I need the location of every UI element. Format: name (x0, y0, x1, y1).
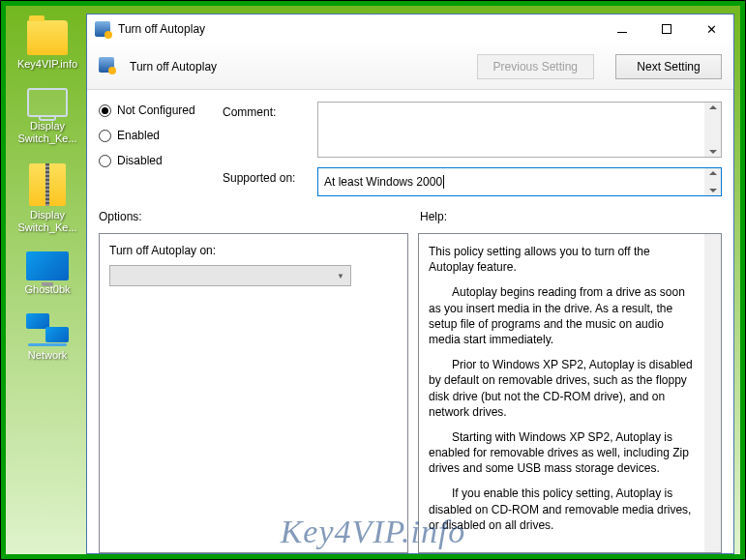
radio-label: Disabled (117, 154, 163, 167)
scroll-up-icon[interactable] (709, 171, 717, 175)
scrollbar[interactable] (704, 103, 721, 157)
options-pane: Turn off Autoplay on: (99, 233, 408, 553)
folder-icon (27, 20, 68, 55)
help-label: Help: (420, 210, 722, 229)
maximize-button[interactable] (644, 15, 689, 44)
network-icon (26, 313, 69, 346)
help-text: This policy setting allows you to turn o… (429, 244, 696, 275)
previous-setting-button: Previous Setting (477, 54, 594, 79)
zip-folder-icon (29, 163, 66, 206)
help-text: Autoplay begins reading from a drive as … (429, 284, 696, 347)
desktop-icon-label: Display Switch_Ke... (14, 209, 81, 234)
desktop: Key4VIP.info Display Switch_Ke... Displa… (1, 1, 745, 559)
text-cursor-icon (443, 175, 444, 189)
monitor-icon (26, 251, 69, 280)
desktop-icon-network[interactable]: Network (26, 313, 69, 362)
help-text: If you enable this policy setting, Autop… (429, 486, 696, 533)
radio-label: Not Configured (117, 103, 195, 117)
minimize-icon (617, 32, 627, 33)
supported-input[interactable]: At least Windows 2000 (317, 167, 722, 196)
section-labels: Options: Help: (99, 210, 722, 229)
radio-icon (99, 155, 111, 167)
radio-icon (99, 130, 111, 142)
help-content: This policy setting allows you to turn o… (429, 244, 699, 543)
titlebar[interactable]: Turn off Autoplay (87, 15, 733, 44)
panes: Turn off Autoplay on: This policy settin… (99, 233, 722, 553)
radio-group: Not Configured Enabled Disabled (99, 102, 205, 196)
policy-icon (95, 21, 110, 37)
fields: Comment: Supported on: At least Windows … (223, 102, 722, 196)
scroll-down-icon[interactable] (709, 150, 717, 154)
supported-label: Supported on: (223, 167, 310, 185)
desktop-icon-display-switch-2[interactable]: Display Switch_Ke... (14, 163, 81, 234)
radio-label: Enabled (117, 129, 160, 142)
radio-not-configured[interactable]: Not Configured (99, 103, 205, 117)
radio-icon (99, 104, 111, 117)
radio-disabled[interactable]: Disabled (99, 154, 205, 167)
vertical-scrollbar[interactable] (704, 234, 721, 552)
help-text: Prior to Windows XP SP2, Autoplay is dis… (429, 357, 696, 420)
minimize-button[interactable] (600, 15, 644, 44)
comment-input[interactable] (318, 103, 704, 157)
maximize-icon (662, 24, 671, 34)
option-field-label: Turn off Autoplay on: (109, 244, 398, 257)
desktop-icon-key4vip[interactable]: Key4VIP.info (17, 20, 77, 71)
scroll-up-icon[interactable] (709, 105, 717, 109)
scrollbar[interactable] (704, 168, 721, 195)
supported-value: At least Windows 2000 (324, 175, 442, 189)
body-area: Not Configured Enabled Disabled Comment: (87, 90, 733, 553)
desktop-icon-label: Display Switch_Ke... (14, 120, 81, 145)
toolbar-title: Turn off Autoplay (130, 60, 217, 74)
policy-window: Turn off Autoplay Turn off Autoplay Prev… (86, 14, 734, 554)
help-text: Starting with Windows XP SP2, Autoplay i… (429, 429, 696, 477)
autoplay-on-combobox[interactable] (109, 265, 351, 286)
toolbar: Turn off Autoplay Previous Setting Next … (87, 44, 733, 90)
display-icon (27, 88, 68, 117)
comment-row: Comment: (223, 102, 722, 158)
config-row: Not Configured Enabled Disabled Comment: (99, 102, 722, 196)
desktop-icon-label: Network (28, 349, 67, 362)
comment-label: Comment: (223, 102, 310, 119)
policy-icon (99, 57, 118, 76)
desktop-icons: Key4VIP.info Display Switch_Ke... Displa… (14, 20, 81, 362)
close-button[interactable] (689, 15, 733, 44)
supported-row: Supported on: At least Windows 2000 (223, 167, 722, 196)
scroll-down-icon[interactable] (709, 189, 717, 192)
window-controls (600, 15, 733, 44)
radio-enabled[interactable]: Enabled (99, 129, 205, 142)
window-title: Turn off Autoplay (118, 22, 205, 36)
options-label: Options: (99, 210, 408, 229)
help-pane: This policy setting allows you to turn o… (418, 233, 722, 553)
desktop-icon-ghost0bk[interactable]: Ghost0bk (24, 251, 70, 296)
comment-box (317, 102, 722, 158)
desktop-icon-display-switch-1[interactable]: Display Switch_Ke... (14, 88, 81, 145)
next-setting-button[interactable]: Next Setting (615, 54, 722, 79)
desktop-icon-label: Key4VIP.info (17, 58, 77, 71)
